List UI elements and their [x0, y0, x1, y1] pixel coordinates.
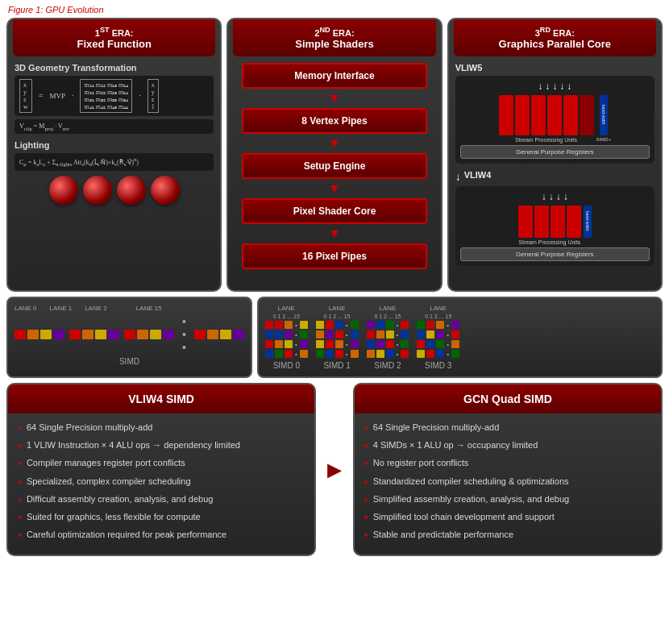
lane-dots: • • •	[179, 315, 189, 354]
lane0-header: LANE 0	[15, 305, 37, 312]
era1-title: Fixed Function	[21, 38, 207, 50]
simd2-row2: •	[367, 330, 409, 339]
simd0-row2: •	[265, 330, 308, 339]
gcn-bullet-6: • Simplified tool chain development and …	[364, 511, 651, 525]
simd1-row1: •	[316, 321, 359, 329]
simd2-row1: •	[367, 321, 409, 329]
pipe-arrow-3: ▼	[328, 182, 341, 195]
bottom-arrow-connector: ►	[321, 383, 348, 556]
era2-pipeline: Memory Interface ▼ 8 Vertex Pipes ▼ Setu…	[228, 56, 440, 276]
era2-title: Simple Shaders	[241, 38, 427, 50]
simd1-label: SIMD 1	[323, 361, 350, 370]
simd3-label: SIMD 3	[425, 361, 451, 370]
simd1-row2: •	[316, 330, 359, 339]
bullet-dot-2: •	[18, 438, 22, 453]
vliw4-section: ↓ VLIW4 ↓ ↓ ↓ ↓	[455, 170, 654, 266]
pipe-pixel-shader-core: Pixel Shader Core	[242, 198, 427, 224]
simd0-label: SIMD 0	[273, 361, 300, 370]
bullet-dot-4: •	[18, 475, 22, 489]
era1-lighting-title: Lighting	[15, 140, 214, 150]
pipe-arrow-1: ▼	[328, 92, 341, 105]
era1-num: 1ST ERA:	[21, 26, 207, 38]
sphere-4	[151, 176, 180, 205]
vliw4-bullet-3: • Compiler manages register port conflic…	[18, 457, 305, 471]
simd3-row1: •	[417, 321, 459, 329]
simd-left-label: SIMD	[15, 357, 244, 366]
simd0-row4: •	[265, 350, 308, 358]
simd-left-card: LANE 0 LANE 1 LANE 2 LANE 15	[6, 297, 252, 378]
gcn-bullet-1: • 64 Single Precision multiply-add	[364, 422, 651, 435]
simd1-group: LANE 0 1 2 ... 15 • •	[316, 305, 359, 370]
gcn-bullet-dot-2: •	[364, 438, 368, 453]
vliw4-bullet-1: • 64 Single Precision multiply-add	[18, 422, 305, 435]
vliw4-bullet-2: • 1 VLIW Instruction × 4 ALU ops → depen…	[18, 439, 305, 453]
era1-section1-title: 3D Geometry Transformation	[15, 63, 214, 73]
era2-card: 2ND ERA: Simple Shaders Memory Interface…	[226, 18, 442, 292]
bullet-dot-7: •	[18, 528, 22, 542]
era2-num: 2ND ERA:	[241, 26, 427, 38]
gcn-quad-simd-card: GCN Quad SIMD • 64 Single Precision mult…	[353, 383, 663, 556]
era1-math2: Vclip = Mproj · Vmv	[15, 119, 214, 135]
lane2-header: LANE 2	[85, 305, 107, 312]
vliw5-label: VLIW5	[455, 63, 654, 73]
lane2-blocks	[124, 330, 174, 339]
simd3-row3: •	[417, 340, 459, 348]
era1-lighting: Lighting Cp = kaLa + Σn-lights Atts(kd(L…	[15, 140, 214, 204]
vliw5-gpr: General Purpose Registers	[460, 145, 650, 159]
era2-header: 2ND ERA: Simple Shaders	[233, 19, 435, 56]
gcn-bullet-7: • Stable and predictable performance	[364, 529, 651, 542]
pipe-vertex-pipes: 8 Vertex Pipes	[242, 108, 427, 134]
simd1-row3: •	[316, 340, 359, 348]
gcn-bullet-4: • Standardized compiler scheduling & opt…	[364, 476, 651, 489]
bullet-dot-5: •	[18, 492, 22, 507]
gcn-bullet-2: • 4 SIMDs × 1 ALU op → occupancy limited	[364, 439, 651, 453]
simd-right-card: LANE 0 1 2 ... 15 • •	[257, 297, 663, 378]
lane1-blocks	[69, 330, 119, 339]
top-section: 1ST ERA: Fixed Function 3D Geometry Tran…	[0, 18, 669, 297]
simd1-row4: •	[316, 350, 359, 358]
era3-content: VLIW5 ↓ ↓ ↓ ↓ ↓	[449, 56, 661, 279]
vliw4-simd-content: • 64 Single Precision multiply-add • 1 V…	[8, 413, 314, 555]
gcn-bullet-5: • Simplified assembly creation, analysis…	[364, 493, 651, 507]
vliw4-bullet-4: • Specialized, complex compiler scheduli…	[18, 476, 305, 489]
pipe-arrow-2: ▼	[328, 137, 341, 150]
lane15-blocks	[194, 330, 244, 339]
vliw4-gpr: General Purpose Registers	[460, 247, 650, 261]
simd2-group: LANE 0 1 2 ... 15 • •	[367, 305, 409, 370]
simd2-row4: •	[367, 350, 409, 358]
gcn-bullet-dot-6: •	[364, 510, 368, 525]
vliw4-bullet-7: • Careful optimization required for peak…	[18, 529, 305, 542]
era3-num: 3RD ERA:	[462, 26, 648, 38]
vliw4-label: VLIW4	[464, 170, 492, 180]
vliw4-simd-card: VLIW4 SIMD • 64 Single Precision multipl…	[6, 383, 316, 556]
era1-math-matrix: xyzw = MVP · m₁₁ m₁₂ m₁₃ m₁₄ m₂₁ m₂₂ m₂₃…	[15, 76, 214, 116]
gcn-bullet-dot-7: •	[364, 528, 368, 542]
gcn-bullet-dot-5: •	[364, 492, 368, 507]
era3-title: Graphics Parallel Core	[462, 38, 648, 50]
simd3-row2: •	[417, 330, 459, 339]
vliw4-simd-header: VLIW4 SIMD	[8, 384, 314, 413]
era1-header: 1ST ERA: Fixed Function	[13, 19, 215, 56]
pipe-arrow-4: ▼	[328, 227, 341, 240]
gcn-quad-simd-header: GCN Quad SIMD	[355, 384, 661, 413]
simd0-row1: •	[265, 321, 308, 329]
simd3-group: LANE 0 1 2 ... 15 • •	[417, 305, 459, 370]
simd2-label: SIMD 2	[374, 361, 401, 370]
lane15-header: LANE 15	[136, 305, 162, 312]
era1-spheres	[15, 176, 214, 205]
era3-card: 3RD ERA: Graphics Parallel Core VLIW5 ↓ …	[447, 18, 663, 292]
pipe-setup-engine: Setup Engine	[242, 153, 427, 179]
era1-card: 1ST ERA: Fixed Function 3D Geometry Tran…	[6, 18, 222, 292]
simd2-row3: •	[367, 340, 409, 348]
vliw5-diagram: ↓ ↓ ↓ ↓ ↓	[455, 76, 654, 164]
gcn-bullet-dot-1: •	[364, 421, 368, 435]
simd0-group: LANE 0 1 2 ... 15 • •	[265, 305, 308, 370]
middle-section: LANE 0 LANE 1 LANE 2 LANE 15	[0, 297, 669, 383]
simd0-row3: •	[265, 340, 308, 348]
simd3-row4: •	[417, 350, 459, 358]
era3-header: 3RD ERA: Graphics Parallel Core	[454, 19, 656, 56]
sphere-3	[117, 176, 146, 205]
vliw4-bullet-5: • Difficult assembly creation, analysis,…	[18, 493, 305, 507]
sphere-1	[49, 176, 78, 205]
vliw5-section: VLIW5 ↓ ↓ ↓ ↓ ↓	[455, 63, 654, 164]
